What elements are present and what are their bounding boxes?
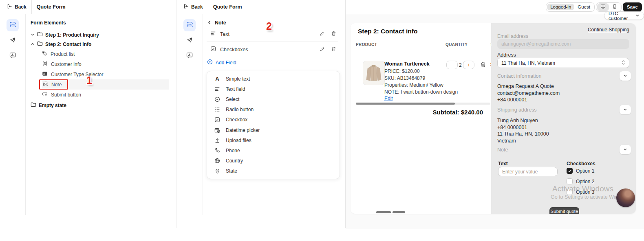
contact-line: contact@omegatheme.com [497, 90, 560, 97]
note-section-label: Note [497, 147, 508, 153]
location-pin-icon [214, 169, 221, 174]
field-type-phone[interactable]: Phone [207, 145, 340, 156]
page-title: Quote Form [213, 4, 242, 10]
step2-children: Product list Customer info Customer Type… [31, 49, 169, 100]
continue-shopping-link[interactable]: Continue Shopping [588, 27, 629, 33]
quantity-decrease-button[interactable]: − [446, 61, 458, 69]
address-select[interactable]: 11 Thai Ha, HN, Vietnam [497, 58, 629, 68]
folder-icon [37, 41, 43, 48]
add-circle-icon [207, 59, 213, 66]
divider [31, 0, 32, 14]
page-title: Quote Form [37, 4, 66, 10]
note-editor: Note Text Checkboxes [203, 14, 344, 228]
chevron-down-icon [623, 146, 628, 153]
tree-folder-step2[interactable]: Step 2: Contact info [31, 39, 169, 49]
tree-folder-step1[interactable]: Step 1: Product Inquiry [31, 30, 169, 39]
mobile-toggle[interactable] [609, 3, 620, 11]
app-window: Back Quote Form Form Elements Step 1: Pr… [0, 0, 644, 241]
field-type-select[interactable]: Select [207, 94, 340, 104]
note-text-input[interactable] [498, 167, 558, 176]
shipping-collapse-button[interactable] [620, 105, 631, 114]
bottom-scrollbar-segment[interactable] [393, 211, 405, 213]
folder-icon [31, 102, 36, 109]
sidebar-item-form-elements[interactable] [7, 19, 19, 31]
tree-item-note[interactable]: Note [42, 79, 169, 90]
middle-topbar: Back Quote Form [176, 0, 345, 14]
customer-type-dropdown[interactable]: DTC customer [604, 11, 644, 20]
field-type-text-field[interactable]: Text field [207, 84, 340, 94]
edit-link[interactable]: Edit [384, 96, 393, 101]
trash-icon[interactable] [331, 46, 336, 53]
tree-item-customer-type-selector[interactable]: Customer Type Selector [42, 69, 169, 79]
submit-quote-button[interactable]: Submit quote [549, 207, 579, 214]
chevron-down-icon [623, 106, 628, 114]
cursor-click-icon [42, 91, 48, 98]
contact-line: +84 0000001 [497, 96, 560, 103]
pencil-icon[interactable] [320, 31, 325, 38]
field-type-label: Checkbox [226, 117, 247, 123]
quantity-value: 2 [459, 62, 462, 68]
trash-icon[interactable] [331, 31, 336, 38]
section-title: Note [215, 20, 226, 26]
form-elements-panel: Back Quote Form Form Elements Step 1: Pr… [0, 0, 173, 228]
customer-icon [42, 61, 48, 68]
contact-line: Omega Request A Quote [497, 83, 560, 90]
back-exit-icon [183, 4, 189, 10]
field-type-upload-files[interactable]: Upload files [207, 135, 340, 145]
field-type-radio-button[interactable]: Radio button [207, 105, 340, 115]
email-field[interactable] [497, 39, 629, 49]
field-type-state[interactable]: State [207, 166, 340, 176]
note-icon [42, 81, 48, 88]
tree-item-product-list[interactable]: Product list [42, 49, 169, 59]
logged-in-toggle[interactable]: Logged-in [547, 4, 574, 10]
sidebar-item-translate[interactable] [7, 50, 19, 62]
quantity-increase-button[interactable]: + [463, 61, 474, 69]
horizontal-scrollbar-handle[interactable] [356, 103, 455, 105]
auth-mode-toggle: Logged-in Guest [546, 2, 595, 12]
product-properties: Properties: Medium/ Yellow [384, 82, 443, 88]
step-heading: Step 2: Contact info [358, 28, 417, 35]
left-topbar: Back Quote Form [0, 0, 173, 14]
note-collapse-button[interactable] [620, 145, 631, 154]
field-type-checkbox[interactable]: Checkbox [207, 115, 340, 125]
field-type-country[interactable]: Country [207, 156, 340, 166]
back-button[interactable]: Back [176, 4, 203, 10]
field-type-menu: ASimple text Text field Select Radio but… [207, 71, 340, 179]
sidebar-item-publish[interactable] [7, 35, 19, 47]
field-type-label: State [226, 168, 237, 174]
product-image [363, 61, 385, 85]
annotation-1: 1 [86, 74, 92, 86]
sidebar-item-form-elements[interactable] [183, 19, 196, 31]
bottom-scrollbar-segment[interactable] [376, 211, 391, 213]
field-row-checkboxes[interactable]: Checkboxes [207, 44, 338, 55]
tree-item-customer-info[interactable]: Customer info [42, 59, 169, 69]
send-icon [186, 37, 193, 45]
sidebar-item-publish[interactable] [183, 35, 196, 47]
save-button[interactable]: Save [623, 2, 642, 12]
remove-item-trash-icon[interactable] [480, 61, 486, 69]
back-label: Back [191, 4, 203, 10]
field-type-simple-text[interactable]: ASimple text [207, 74, 340, 84]
tree-folder-empty-state[interactable]: Empty state [31, 101, 169, 110]
form-elements-tree: Form Elements Step 1: Product Inquiry St… [26, 14, 173, 228]
option-2-checkbox[interactable] [567, 178, 573, 184]
pencil-icon[interactable] [320, 46, 325, 53]
checkbox-icon [214, 117, 221, 123]
translate-icon [9, 52, 16, 60]
tree-heading: Form Elements [31, 20, 169, 26]
sidebar-item-translate[interactable] [183, 50, 196, 62]
folder-label: Step 2: Contact info [45, 42, 91, 47]
back-button[interactable]: Back [0, 4, 26, 10]
option-1-checkbox[interactable] [567, 168, 573, 174]
tree-item-submit-button[interactable]: Submit button [42, 90, 169, 100]
avatar[interactable] [616, 188, 635, 207]
field-type-datetime-picker[interactable]: Datetime picker [207, 125, 340, 135]
guest-toggle[interactable]: Guest [574, 4, 593, 10]
field-type-label: Upload files [226, 138, 251, 143]
add-field-button[interactable]: Add Field [207, 59, 338, 66]
field-row-text[interactable]: Text [207, 28, 338, 39]
desktop-toggle[interactable] [597, 3, 609, 11]
chevron-left-icon[interactable] [207, 20, 212, 26]
contact-collapse-button[interactable] [620, 71, 631, 81]
preview-topbar: Logged-in Guest Save [346, 0, 644, 14]
